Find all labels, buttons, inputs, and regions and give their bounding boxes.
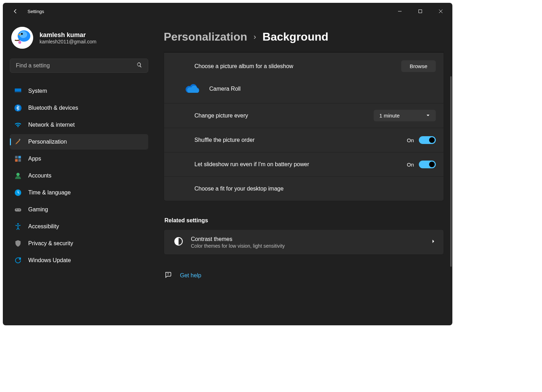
nav-accessibility[interactable]: Accessibility bbox=[10, 219, 148, 234]
album-title: Choose a picture album for a slideshow bbox=[194, 62, 293, 70]
fit-row: Choose a fit for your desktop image bbox=[164, 177, 444, 201]
nav-network[interactable]: Network & internet bbox=[10, 117, 148, 133]
battery-row: Let slideshow run even if I'm on battery… bbox=[164, 152, 444, 176]
album-name: Camera Roll bbox=[209, 85, 241, 93]
nav-bluetooth[interactable]: Bluetooth & devices bbox=[10, 100, 148, 116]
nav-accounts[interactable]: Accounts bbox=[10, 168, 148, 183]
minimize-button[interactable] bbox=[390, 4, 410, 18]
update-icon bbox=[14, 257, 22, 264]
svg-rect-1 bbox=[419, 10, 422, 13]
svg-point-22 bbox=[19, 210, 20, 210]
chevron-right-icon bbox=[431, 239, 436, 245]
search-box[interactable] bbox=[10, 59, 148, 73]
person-icon bbox=[14, 172, 22, 180]
album-row: Choose a picture album for a slideshow B… bbox=[164, 53, 444, 78]
nav: System Bluetooth & devices Network & int… bbox=[10, 83, 148, 268]
apps-icon bbox=[14, 155, 22, 163]
help-row: ? Get help bbox=[164, 271, 444, 280]
search-input[interactable] bbox=[16, 62, 133, 69]
nav-apps[interactable]: Apps bbox=[10, 151, 148, 167]
sidebar: kamlesh kumar kamlesh2011@gmail.com Syst… bbox=[3, 20, 155, 325]
svg-rect-16 bbox=[18, 156, 21, 158]
change-every-select[interactable]: 1 minute bbox=[374, 110, 436, 121]
slideshow-card: Choose a picture album for a slideshow B… bbox=[164, 52, 444, 201]
get-help-link[interactable]: Get help bbox=[180, 272, 201, 279]
shuffle-row: Shuffle the picture order On bbox=[164, 128, 444, 152]
help-icon: ? bbox=[164, 271, 172, 280]
svg-rect-14 bbox=[19, 139, 20, 140]
accessibility-icon bbox=[14, 223, 22, 230]
change-every-row: Change picture every 1 minute bbox=[164, 103, 444, 128]
close-button[interactable] bbox=[430, 4, 451, 18]
svg-rect-21 bbox=[15, 208, 21, 211]
battery-toggle[interactable] bbox=[419, 161, 436, 168]
chevron-down-icon bbox=[426, 113, 430, 119]
nav-time[interactable]: Time & language bbox=[10, 185, 148, 200]
avatar bbox=[11, 27, 33, 49]
back-button[interactable] bbox=[9, 5, 21, 17]
browse-button[interactable]: Browse bbox=[401, 60, 436, 72]
breadcrumb: Personalization › Background bbox=[164, 30, 444, 43]
profile-email: kamlesh2011@gmail.com bbox=[40, 39, 96, 44]
clock-icon bbox=[14, 189, 22, 197]
settings-window: Settings bbox=[3, 3, 452, 325]
svg-point-6 bbox=[19, 31, 27, 38]
nav-update[interactable]: Windows Update bbox=[10, 253, 148, 268]
profile-name: kamlesh kumar bbox=[40, 31, 96, 39]
album-display: Camera Roll bbox=[164, 78, 444, 103]
onedrive-icon bbox=[184, 83, 201, 95]
bluetooth-icon bbox=[14, 104, 22, 112]
main-content: Personalization › Background Choose a pi… bbox=[155, 20, 452, 325]
svg-point-23 bbox=[19, 209, 19, 210]
contrast-icon bbox=[174, 237, 183, 247]
svg-rect-12 bbox=[15, 92, 21, 93]
search-icon bbox=[133, 62, 142, 69]
breadcrumb-parent[interactable]: Personalization bbox=[164, 30, 247, 43]
svg-rect-15 bbox=[15, 156, 18, 158]
display-icon bbox=[14, 87, 22, 95]
nav-system[interactable]: System bbox=[10, 83, 148, 99]
profile[interactable]: kamlesh kumar kamlesh2011@gmail.com bbox=[10, 27, 148, 49]
svg-rect-18 bbox=[18, 159, 21, 162]
svg-point-24 bbox=[17, 223, 19, 224]
paintbrush-icon bbox=[14, 138, 22, 146]
svg-rect-17 bbox=[15, 159, 18, 162]
nav-personalization[interactable]: Personalization bbox=[10, 134, 148, 150]
titlebar: Settings bbox=[3, 3, 452, 20]
gamepad-icon bbox=[14, 206, 22, 213]
svg-text:?: ? bbox=[167, 272, 169, 276]
chevron-right-icon: › bbox=[254, 32, 256, 42]
related-heading: Related settings bbox=[164, 217, 444, 224]
svg-point-19 bbox=[16, 173, 19, 176]
maximize-button[interactable] bbox=[410, 4, 430, 18]
nav-privacy[interactable]: Privacy & security bbox=[10, 236, 148, 251]
shuffle-toggle[interactable] bbox=[419, 136, 436, 144]
scrollbar[interactable] bbox=[450, 76, 452, 267]
wifi-icon bbox=[14, 121, 22, 129]
breadcrumb-current: Background bbox=[263, 30, 329, 43]
contrast-themes-row[interactable]: Contrast themes Color themes for low vis… bbox=[164, 229, 444, 255]
shield-icon bbox=[14, 240, 22, 247]
nav-gaming[interactable]: Gaming bbox=[10, 202, 148, 217]
app-title: Settings bbox=[28, 9, 44, 14]
svg-point-7 bbox=[21, 33, 23, 35]
svg-point-10 bbox=[19, 42, 20, 43]
